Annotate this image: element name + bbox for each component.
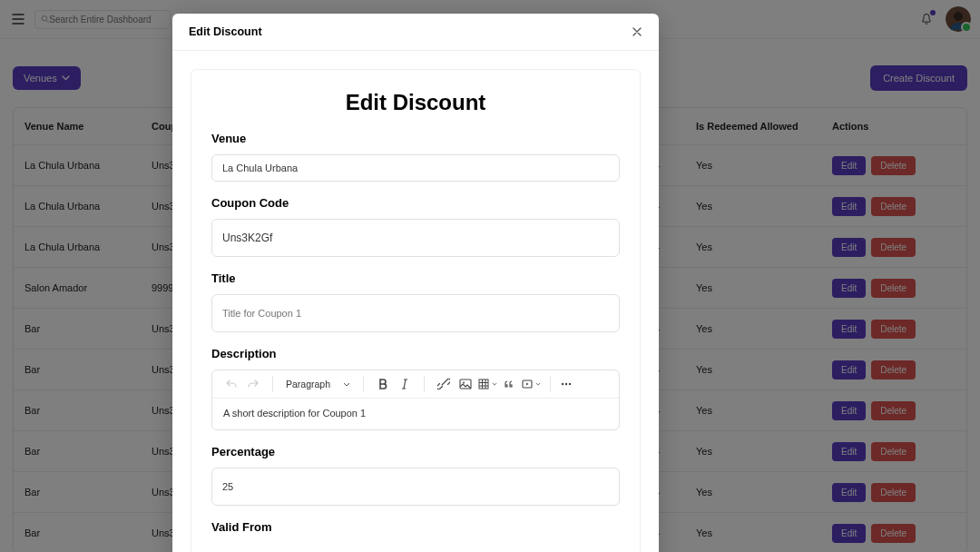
italic-icon[interactable]: [395, 374, 415, 394]
svg-point-9: [565, 383, 567, 385]
paragraph-dropdown[interactable]: Paragraph: [279, 376, 358, 392]
edit-discount-modal: Edit Discount Edit Discount Venue Coupon…: [172, 14, 659, 552]
bold-icon[interactable]: [373, 374, 393, 394]
description-editor: Paragraph: [211, 370, 620, 430]
percentage-field[interactable]: [211, 468, 620, 506]
close-icon[interactable]: [632, 26, 642, 37]
form-title: Edit Discount: [211, 90, 620, 115]
coupon-code-field[interactable]: [211, 219, 620, 257]
svg-point-5: [463, 382, 465, 384]
para-label: Paragraph: [286, 379, 330, 389]
description-label: Description: [211, 347, 620, 360]
title-label: Title: [211, 271, 620, 285]
image-icon[interactable]: [456, 374, 475, 394]
valid-from-label: Valid From: [211, 520, 620, 534]
venue-field[interactable]: [211, 154, 620, 182]
media-icon[interactable]: [521, 374, 541, 394]
svg-rect-6: [479, 380, 488, 389]
blockquote-icon[interactable]: [499, 374, 519, 394]
venue-label: Venue: [211, 132, 620, 145]
chevron-down-icon: [343, 382, 350, 387]
title-field[interactable]: [211, 294, 620, 332]
link-icon[interactable]: [434, 374, 454, 394]
redo-icon[interactable]: [243, 374, 263, 394]
description-content[interactable]: A short description for Coupon 1: [212, 399, 619, 429]
percentage-label: Percentage: [211, 445, 620, 458]
coupon-code-label: Coupon Code: [211, 196, 620, 210]
svg-point-10: [569, 383, 571, 385]
more-icon[interactable]: [556, 374, 576, 394]
modal-title: Edit Discount: [189, 25, 262, 38]
svg-point-8: [562, 383, 564, 385]
undo-icon[interactable]: [221, 374, 241, 394]
table-icon[interactable]: [477, 374, 497, 394]
